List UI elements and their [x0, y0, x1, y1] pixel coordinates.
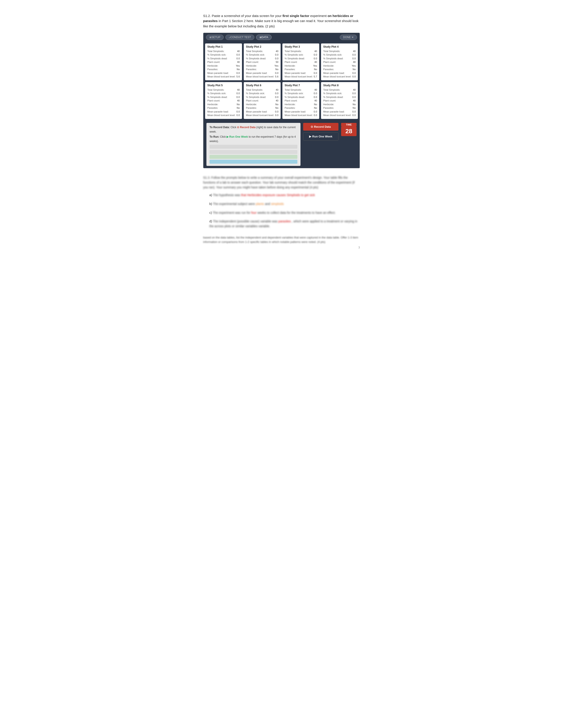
bullet-b-orange2: simploids [271, 202, 284, 206]
intro-text-after: in Part 1 Section 2 here. Make sure it i… [203, 19, 359, 28]
plot-row-label: Plant count: [323, 60, 336, 64]
plot-row-value: 40 [276, 49, 278, 53]
plot-title-4: Study Plot 4 [323, 45, 356, 48]
run-highlight: ▶ Run One Week [226, 135, 248, 138]
plot-row-label: Herbicide: [246, 64, 257, 68]
plot-row-label: Mean parasite load: [323, 71, 345, 75]
plot-row: Total Simploids:40 [323, 88, 356, 92]
plot-row-value: 0.0 [275, 113, 278, 117]
plot-row: Total Simploids:40 [207, 88, 240, 92]
plot-row-label: Mean parasite load: [323, 110, 345, 114]
plot-row-value: 40 [353, 49, 356, 53]
plot-row: Herbicide:Yes [207, 64, 240, 68]
plot-row: % Simploids sick:0.0 [207, 92, 240, 95]
plot-row-value: No [275, 103, 278, 106]
plot-row: Total Simploids:40 [285, 88, 317, 92]
plot-row-value: 40 [237, 99, 240, 103]
s13-blurred-text: S1.3. Follow the prompts below to write … [203, 176, 355, 189]
plot-row: % Simploids dead:0.0 [207, 57, 240, 60]
plot-row-label: % Simploids dead: [246, 57, 266, 60]
plot-row: % Simploids sick:0.0 [246, 92, 278, 95]
plot-row-label: Mean parasite load: [207, 110, 229, 114]
setup-button[interactable]: ≣SETUP [206, 35, 224, 40]
plot-row-label: Herbicide: [246, 103, 257, 106]
control-area: To Record Data: Click ⊙ Record Data (rig… [203, 121, 360, 168]
bullet-c-red: four [251, 211, 256, 214]
plot-row-label: Plant count: [246, 99, 259, 103]
plot-row-label: % Simploids dead: [207, 95, 227, 99]
plot-row-label: Mean parasite load: [246, 110, 267, 114]
plot-row-label: Herbicide: [207, 64, 218, 68]
plot-row: Mean parasite load:0.0 [323, 110, 356, 114]
done-button[interactable]: DONE ✕ [340, 35, 357, 40]
plot-row: Total Simploids:40 [246, 49, 278, 53]
plot-row-label: Mean parasite load: [285, 110, 306, 114]
plot-card-3: Study Plot 3Total Simploids:40% Simploid… [283, 43, 319, 80]
plot-row-value: 0.0 [236, 71, 240, 75]
plot-row-value: 0.0 [236, 95, 240, 99]
bullet-b-blurred: The experimental subject were [213, 202, 256, 206]
bullet-b-label: b) [209, 202, 213, 206]
plot-row: % Simploids sick:0.0 [246, 53, 278, 57]
plot-row: Plant count:40 [207, 60, 240, 64]
record-data-button[interactable]: ⊙ Record Data [303, 123, 339, 131]
plot-row-value: 0.0 [314, 92, 317, 95]
plot-row-label: Mean blood toxicant level: [323, 113, 351, 117]
screenshot-container: ≣SETUP ⌕CONDUCT TEST ≣DATA DONE ✕ Study … [203, 33, 360, 169]
plot-row: Mean blood toxicant level:0.0 [246, 113, 278, 117]
plot-row: % Simploids dead:0.0 [246, 57, 278, 60]
bullet-a-label: a) [209, 193, 213, 197]
plot-row-value: 40 [276, 88, 278, 92]
plot-row-label: Mean blood toxicant level: [285, 113, 313, 117]
plot-row: Herbicide:Yes [323, 64, 356, 68]
plot-row-label: Herbicide: [285, 64, 296, 68]
plot-row-value: No [275, 106, 278, 110]
plot-row: Parasites:No [246, 106, 278, 110]
plot-row-label: % Simploids sick: [323, 92, 342, 95]
plot-title-7: Study Plot 7 [285, 84, 317, 87]
time-label: TIME [341, 123, 357, 126]
plot-row: % Simploids sick:0.0 [285, 92, 317, 95]
plot-row-label: Plant count: [207, 60, 220, 64]
plot-card-1: Study Plot 1Total Simploids:40% Simploid… [205, 43, 242, 80]
plot-row-value: No [314, 106, 317, 110]
plot-row-value: 40 [315, 88, 317, 92]
plot-title-1: Study Plot 1 [207, 45, 240, 48]
plot-row-label: Herbicide: [207, 103, 218, 106]
plot-title-5: Study Plot 5 [207, 84, 240, 87]
plot-row-value: 0.0 [352, 53, 356, 57]
plot-row: Parasites:No [246, 68, 278, 71]
plot-row-value: Yes [352, 64, 356, 68]
plot-row-label: Mean blood toxicant level: [207, 75, 235, 79]
plot-row-value: No [237, 68, 240, 71]
plot-row-value: No [353, 103, 356, 106]
plot-row: Plant count:40 [285, 60, 317, 64]
bullet-a: a) The hypothesis was that Herbicides ex… [209, 193, 360, 198]
plot-row: Mean parasite load:0.0 [285, 110, 317, 114]
plot-row-label: Mean blood toxicant level: [285, 75, 313, 79]
plot-row: Herbicide:No [285, 103, 317, 106]
plot-row-value: 0.0 [314, 57, 317, 60]
plot-row: Herbicide:No [246, 103, 278, 106]
plot-row-value: 0.0 [275, 110, 278, 114]
plot-row-value: 0.0 [314, 113, 317, 117]
run-one-week-button[interactable]: ▶ Run One Week [303, 132, 339, 141]
plot-row: Total Simploids:40 [246, 88, 278, 92]
plot-row-label: % Simploids sick: [207, 92, 226, 95]
plot-row: Parasites:No [323, 68, 356, 71]
run-instruction: To Run: Click ▶ Run One Week to run the … [209, 135, 298, 144]
conduct-button[interactable]: ⌕CONDUCT TEST [225, 35, 254, 40]
plot-row: % Simploids dead:0.0 [207, 95, 240, 99]
plot-row-label: Mean blood toxicant level: [323, 75, 351, 79]
bullet-b-orange: plants [256, 202, 264, 206]
plot-row-value: 0.0 [275, 92, 278, 95]
data-button[interactable]: ≣DATA [256, 35, 271, 40]
plot-row-label: % Simploids dead: [246, 95, 266, 99]
plot-row: % Simploids dead:0.0 [246, 95, 278, 99]
plot-row-value: No [314, 103, 317, 106]
plot-card-2: Study Plot 2Total Simploids:40% Simploid… [244, 43, 280, 80]
plot-row-label: Plant count: [323, 99, 336, 103]
plot-row-label: Total Simploids: [246, 49, 263, 53]
plot-row-label: Mean parasite load: [246, 71, 267, 75]
plot-row: Mean blood toxicant level:0.0 [207, 113, 240, 117]
